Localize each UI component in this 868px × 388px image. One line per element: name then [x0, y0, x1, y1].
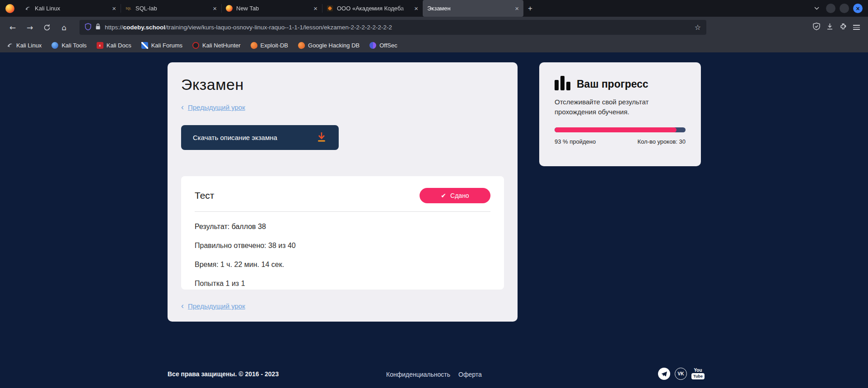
- check-icon: ✔: [441, 192, 446, 199]
- forward-icon[interactable]: →: [23, 20, 37, 35]
- firefox-icon: [5, 4, 14, 13]
- previous-lesson-link-top[interactable]: ‹ Предыдущий урок: [181, 103, 245, 112]
- protections-dashboard-icon[interactable]: [813, 23, 820, 32]
- tab-kali-linux[interactable]: Kali Linux ×: [20, 0, 121, 17]
- chevron-left-icon: ‹: [181, 301, 184, 311]
- download-icon: [316, 131, 327, 144]
- bookmark-kali-nethunter[interactable]: Kali NetHunter: [192, 42, 241, 49]
- bookmark-kali-docs[interactable]: s Kali Docs: [97, 42, 131, 49]
- firefox-menu-button[interactable]: [0, 0, 20, 17]
- tab-ekzamen-active[interactable]: Экзамен ×: [423, 0, 523, 17]
- divider: [195, 211, 490, 212]
- sql-lab-favicon: SQL: [125, 5, 132, 12]
- tab-title: New Tab: [236, 5, 310, 12]
- progress-title: Ваш прогресс: [577, 78, 649, 90]
- page-footer: Все права защищены. © 2016 - 2023 Конфид…: [0, 367, 868, 382]
- kali-dragon-icon: [6, 42, 13, 49]
- download-button-label: Скачать описание экзамна: [193, 134, 277, 141]
- progress-percent-label: 93 % пройдено: [555, 138, 596, 145]
- close-tab-icon[interactable]: ×: [213, 5, 217, 12]
- kali-dragon-icon: [24, 5, 31, 12]
- vk-icon[interactable]: VK: [675, 368, 687, 380]
- kali-docs-icon: s: [97, 42, 103, 49]
- tab-title: ООО «Академия Кодеба: [337, 5, 411, 12]
- test-result-card: Тест ✔ Сдано Результат: баллов 38 Правил…: [181, 176, 504, 290]
- extensions-puzzle-icon[interactable]: [840, 23, 847, 32]
- offer-link[interactable]: Оферта: [458, 371, 482, 378]
- result-attempt-line: Попытка 1 из 1: [195, 280, 490, 288]
- privacy-link[interactable]: Конфиденциальность: [386, 371, 450, 378]
- bookmark-kali-forums[interactable]: Kali Forums: [141, 42, 182, 49]
- tab-strip: Kali Linux × SQL SQL-lab × New Tab × ООО…: [20, 0, 523, 17]
- tab-bar: Kali Linux × SQL SQL-lab × New Tab × ООО…: [0, 0, 868, 17]
- navigation-toolbar: ← → ⌂ https://codeby.school/training/vie…: [0, 17, 868, 38]
- bookmark-label: Kali Docs: [107, 42, 131, 49]
- youtube-icon[interactable]: You Tube: [691, 368, 705, 379]
- progress-bar: [555, 127, 686, 132]
- previous-lesson-label: Предыдущий урок: [188, 103, 245, 111]
- window-close-button[interactable]: ×: [853, 4, 863, 13]
- downloads-icon[interactable]: [826, 23, 833, 32]
- telegram-icon[interactable]: [658, 368, 670, 380]
- offsec-icon: [369, 42, 376, 49]
- close-tab-icon[interactable]: ×: [112, 5, 116, 12]
- url-text: https://codeby.school/training/view/kurs…: [105, 24, 691, 31]
- tab-title: Экзамен: [427, 5, 511, 12]
- bookmark-offsec[interactable]: OffSec: [369, 42, 397, 49]
- bookmark-label: Kali Linux: [16, 42, 42, 49]
- result-score-line: Результат: баллов 38: [195, 223, 490, 231]
- bookmark-google-hacking-db[interactable]: Google Hacking DB: [298, 42, 359, 49]
- progress-description: Отслеживайте свой результат прохождения …: [555, 97, 658, 117]
- close-tab-icon[interactable]: ×: [313, 5, 317, 12]
- tab-codeby-academy[interactable]: ООО «Академия Кодеба ×: [322, 0, 423, 17]
- tab-sql-lab[interactable]: SQL SQL-lab ×: [121, 0, 221, 17]
- tab-new-tab[interactable]: New Tab ×: [221, 0, 322, 17]
- bookmark-label: Google Hacking DB: [308, 42, 359, 49]
- kali-forums-icon: [141, 42, 148, 49]
- tab-title: Kali Linux: [35, 5, 108, 12]
- window-minimize-button[interactable]: [826, 4, 835, 13]
- passed-label: Сдано: [450, 192, 469, 199]
- bookmark-label: Exploit-DB: [261, 42, 288, 49]
- download-exam-description-button[interactable]: Скачать описание экзамна: [181, 125, 339, 150]
- browser-window: Kali Linux × SQL SQL-lab × New Tab × ООО…: [0, 0, 868, 388]
- close-tab-icon[interactable]: ×: [414, 5, 418, 12]
- bar-chart-icon: [555, 76, 570, 90]
- bookmark-label: Kali NetHunter: [202, 42, 241, 49]
- bookmark-star-icon[interactable]: ☆: [695, 23, 701, 32]
- lesson-card: Экзамен ‹ Предыдущий урок Скачать описан…: [168, 62, 518, 322]
- window-maximize-button[interactable]: [840, 4, 849, 13]
- new-tab-button[interactable]: +: [523, 0, 537, 17]
- chevron-left-icon: ‹: [181, 103, 184, 112]
- tab-title: SQL-lab: [135, 5, 209, 12]
- list-all-tabs-chevron-icon[interactable]: [811, 3, 822, 14]
- google-hacking-db-bug-icon: [297, 41, 305, 49]
- bookmark-label: OffSec: [379, 42, 397, 49]
- lock-icon[interactable]: [95, 23, 101, 32]
- home-icon[interactable]: ⌂: [57, 20, 71, 35]
- url-bar[interactable]: https://codeby.school/training/view/kurs…: [79, 20, 706, 35]
- result-correct-line: Правильно отвечено: 38 из 40: [195, 242, 490, 250]
- social-links: VK You Tube: [658, 368, 705, 380]
- bookmark-kali-linux[interactable]: Kali Linux: [6, 42, 42, 49]
- kali-nethunter-icon: [192, 42, 199, 49]
- page-title: Экзамен: [181, 76, 504, 93]
- back-icon[interactable]: ←: [5, 20, 20, 35]
- progress-bar-fill: [555, 127, 677, 132]
- menu-hamburger-icon[interactable]: [853, 25, 860, 30]
- reload-icon[interactable]: [40, 20, 54, 35]
- bookmark-label: Kali Tools: [61, 42, 86, 49]
- close-tab-icon[interactable]: ×: [515, 5, 519, 12]
- lessons-count-label: Кол-во уроков: 30: [637, 138, 686, 145]
- copyright-text: Все права защищены. © 2016 - 2023: [168, 370, 279, 378]
- passed-status-badge[interactable]: ✔ Сдано: [420, 188, 490, 203]
- previous-lesson-link-bottom[interactable]: ‹ Предыдущий урок: [181, 301, 245, 311]
- tracking-protection-shield-icon[interactable]: [85, 23, 91, 32]
- bookmark-exploit-db[interactable]: Exploit-DB: [251, 42, 288, 49]
- progress-card: Ваш прогресс Отслеживайте свой результат…: [539, 62, 701, 166]
- exploit-db-bug-icon: [250, 41, 258, 49]
- page-content: Экзамен ‹ Предыдущий урок Скачать описан…: [0, 52, 868, 388]
- test-title: Тест: [195, 190, 214, 201]
- result-time-line: Время: 1 ч. 22 мин. 14 сек.: [195, 261, 490, 269]
- bookmark-kali-tools[interactable]: Kali Tools: [51, 42, 86, 49]
